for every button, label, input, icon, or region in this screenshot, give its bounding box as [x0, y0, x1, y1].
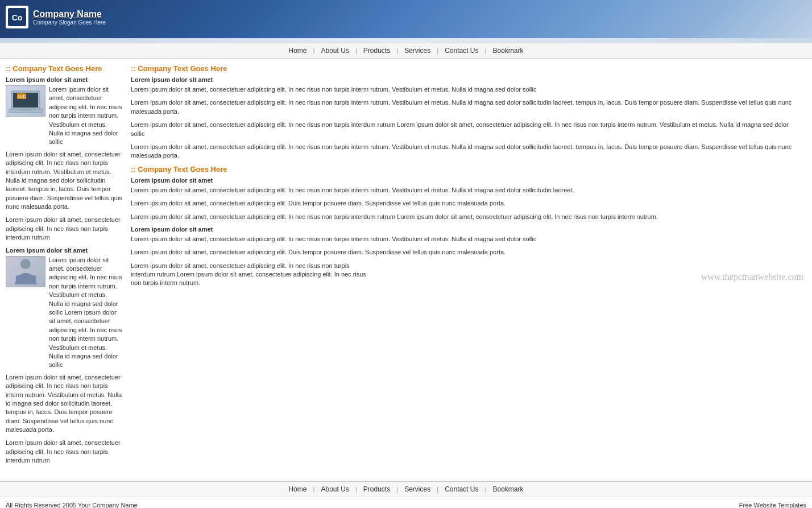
right-subtitle-1: Lorem ipsum dolor sit amet	[131, 76, 803, 83]
nav-sep-4: |	[437, 47, 438, 54]
nav-products[interactable]: Products	[359, 47, 395, 55]
content-wrapper: :: Company Text Goes Here Lorem ipsum do…	[0, 59, 812, 476]
footer-nav-about[interactable]: About Us	[316, 485, 353, 493]
footer-nav-bookmark[interactable]: Bookmark	[488, 485, 528, 493]
left-column: :: Company Text Goes Here Lorem ipsum do…	[3, 64, 125, 470]
watermark-text: www.thepcmanwebsite.com	[701, 266, 803, 288]
right-column: :: Company Text Goes Here Lorem ipsum do…	[125, 64, 809, 470]
left-text-after-img2: Lorem ipsum dolor sit amet, consectetuer…	[6, 373, 122, 435]
left-image-2	[6, 256, 45, 287]
logo-icon: Co	[6, 6, 28, 28]
laptop-icon: AMD	[9, 88, 43, 114]
footer-nav-sep-3: |	[396, 486, 398, 493]
header-overlay	[0, 0, 812, 43]
logo-text-area: Company Name Company Slogan Goes Here	[33, 9, 106, 26]
right-section-title-2: :: Company Text Goes Here	[131, 165, 803, 174]
footer-free-templates: Free Website Templates	[739, 502, 806, 508]
footer-copyright: All Rights Reserved 2005 Your Company Na…	[6, 502, 138, 508]
footer-nav-sep-2: |	[355, 486, 357, 493]
footer-nav-home[interactable]: Home	[284, 485, 311, 493]
logo-area: Co Company Name Company Slogan Goes Here	[6, 6, 106, 28]
right-para5: Lorem ipsum dolor sit amet, consectetuer…	[131, 186, 803, 195]
header-bottom-bar	[0, 38, 812, 43]
left-text-final: Lorem ipsum dolor sit amet, consectetuer…	[6, 439, 122, 465]
left-img2-text: Lorem ipsum dolor sit amet, consectetuer…	[49, 256, 122, 370]
nav-about-us[interactable]: About Us	[316, 47, 353, 55]
left-subtitle-2: Lorem ipsum dolor sit amet	[6, 247, 122, 254]
left-img-block-2: Lorem ipsum dolor sit amet, consectetuer…	[6, 256, 122, 370]
right-para10-watermark-row: Lorem ipsum dolor sit amet, consectetuer…	[131, 262, 803, 292]
nav-sep-1: |	[313, 47, 315, 54]
right-para2: Lorem ipsum dolor sit amet, consectetuer…	[131, 98, 803, 116]
nav-sep-2: |	[355, 47, 357, 54]
svg-text:AMD: AMD	[17, 94, 26, 98]
right-para1: Lorem ipsum dolor sit amet, consectetuer…	[131, 85, 803, 94]
footer-nav: Home | About Us | Products | Services | …	[0, 481, 812, 497]
person-icon	[10, 257, 42, 286]
left-section-title: :: Company Text Goes Here	[6, 64, 122, 73]
left-subtitle-1: Lorem ipsum dolor sit amet	[6, 76, 122, 83]
svg-rect-7	[20, 109, 31, 111]
right-para3: Lorem ipsum dolor sit amet, consectetuer…	[131, 121, 803, 138]
header: Co Company Name Company Slogan Goes Here	[0, 0, 812, 43]
right-para9: Lorem ipsum dolor sit amet, consectetuer…	[131, 248, 803, 257]
svg-point-8	[20, 259, 31, 269]
right-para6: Lorem ipsum dolor sit amet, consectetuer…	[131, 199, 803, 208]
right-para8: Lorem ipsum dolor sit amet, consectetuer…	[131, 235, 803, 243]
footer-nav-sep-4: |	[437, 486, 438, 493]
footer-nav-contact[interactable]: Contact Us	[440, 485, 483, 493]
right-para7: Lorem ipsum dolor sit amet, consectetuer…	[131, 213, 803, 221]
svg-text:Co: Co	[12, 13, 23, 22]
nav-sep-3: |	[396, 47, 398, 54]
top-nav: Home | About Us | Products | Services | …	[0, 43, 812, 59]
nav-sep-5: |	[485, 47, 487, 54]
left-img1-text: Lorem ipsum dolor sit amet, consectetuer…	[49, 85, 122, 147]
right-subtitle-2: Lorem ipsum dolor sit amet	[131, 177, 803, 184]
company-name: Company Name	[33, 9, 106, 19]
svg-rect-9	[16, 275, 36, 284]
footer-nav-sep-1: |	[313, 486, 315, 493]
nav-home[interactable]: Home	[284, 47, 311, 55]
footer-nav-services[interactable]: Services	[400, 485, 435, 493]
right-para4: Lorem ipsum dolor sit amet, consectetuer…	[131, 143, 803, 160]
left-image-1: AMD	[6, 85, 45, 117]
nav-bookmark[interactable]: Bookmark	[488, 47, 528, 55]
right-subtitle-3: Lorem ipsum dolor sit amet	[131, 226, 803, 233]
left-img-block-1: AMD Lorem ipsum dolor sit amet, consecte…	[6, 85, 122, 147]
right-para10: Lorem ipsum dolor sit amet, consectetuer…	[131, 262, 375, 288]
nav-contact[interactable]: Contact Us	[440, 47, 483, 55]
footer-nav-sep-5: |	[485, 486, 487, 493]
footer-nav-products[interactable]: Products	[359, 485, 395, 493]
company-slogan: Company Slogan Goes Here	[33, 19, 106, 26]
left-text-after-img1b: Lorem ipsum dolor sit amet, consectetuer…	[6, 216, 122, 242]
right-section-title-1: :: Company Text Goes Here	[131, 64, 803, 73]
left-text-after-img1: Lorem ipsum dolor sit amet, consectetuer…	[6, 150, 122, 212]
nav-services[interactable]: Services	[400, 47, 435, 55]
footer-bottom: All Rights Reserved 2005 Your Company Na…	[0, 497, 812, 508]
